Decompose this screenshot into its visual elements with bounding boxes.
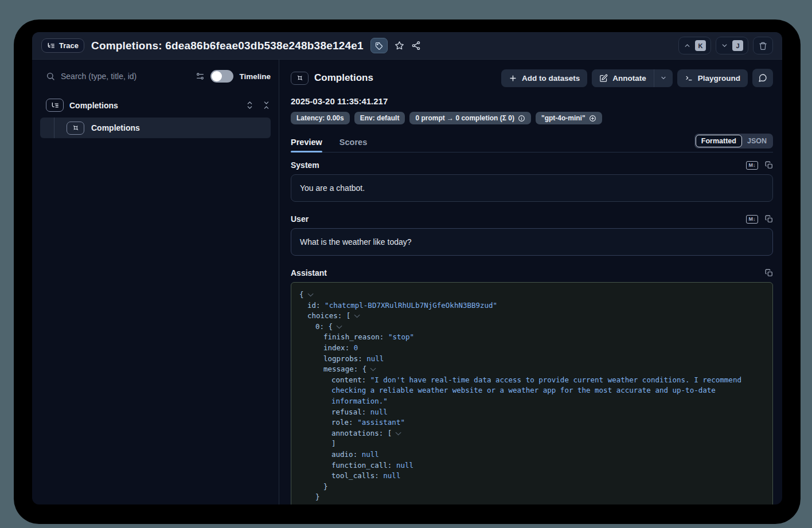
- tree-node-generation-selected[interactable]: Completions: [40, 118, 271, 138]
- comment-bubble-icon: [758, 73, 767, 83]
- detail-tabs: Preview Scores Formatted JSON: [291, 134, 773, 152]
- annotate-dropdown-button[interactable]: [654, 69, 673, 87]
- collapse-node-icon[interactable]: [307, 291, 313, 296]
- json-key: audio:: [331, 450, 362, 459]
- copy-icon[interactable]: [765, 215, 773, 223]
- info-icon[interactable]: [518, 115, 525, 122]
- preview-scroll-area[interactable]: System M↓ You are a chatbot.: [291, 152, 773, 504]
- system-message-content: You are a chatbot.: [291, 174, 773, 202]
- app-window: Trace Completions: 6dea86b6feae03db538e2…: [14, 19, 801, 524]
- nav-next-button[interactable]: J: [716, 37, 748, 54]
- json-value: "I don't have real-time data access to p…: [331, 376, 745, 405]
- search-input[interactable]: [61, 72, 190, 81]
- json-line: message: {: [299, 364, 764, 375]
- comments-button[interactable]: [752, 69, 773, 87]
- toggle-knob: [212, 71, 222, 81]
- trash-icon: [759, 41, 767, 50]
- json-line: refusal: null: [299, 407, 764, 418]
- json-key: message:: [323, 365, 362, 373]
- tree-node-trace[interactable]: Completions: [46, 99, 271, 112]
- json-key: refusal:: [331, 408, 370, 416]
- json-bracket: {: [329, 322, 333, 331]
- markdown-toggle-icon[interactable]: M↓: [746, 215, 758, 224]
- app-body: Timeline Completions: [32, 60, 782, 504]
- assistant-output-section: Assistant {id: "chatcmpl-BD7XRulRhULb7Nj…: [291, 268, 773, 504]
- json-line: index: 0: [299, 343, 764, 354]
- plus-icon: [509, 74, 517, 83]
- tree-node-label: Completions: [69, 101, 118, 110]
- chevron-up-icon: [684, 42, 691, 49]
- json-value: "stop": [388, 333, 414, 341]
- json-line: audio: null: [299, 449, 764, 460]
- markdown-toggle-icon[interactable]: M↓: [746, 161, 758, 170]
- format-toggle-formatted[interactable]: Formatted: [696, 135, 742, 147]
- user-message-section: User M↓ What is the weather like today?: [291, 214, 773, 256]
- topbar-right-group: K J: [678, 37, 773, 54]
- timeline-toggle-label: Timeline: [239, 72, 271, 81]
- header-actions: Add to datasets Annotate: [501, 69, 773, 87]
- collapse-node-icon[interactable]: [354, 312, 360, 318]
- copy-icon[interactable]: [765, 161, 773, 169]
- json-bracket: }: [315, 492, 320, 501]
- assistant-section-title: Assistant: [291, 268, 327, 277]
- nav-previous-button[interactable]: K: [678, 37, 711, 54]
- json-bracket: [: [388, 429, 392, 437]
- circle-plus-icon[interactable]: [589, 115, 596, 122]
- playground-button[interactable]: Playground: [677, 69, 748, 87]
- share-button[interactable]: [411, 41, 421, 50]
- timeline-toggle[interactable]: [210, 70, 233, 83]
- meta-badge[interactable]: 0 prompt → 0 completion (Σ 0): [409, 112, 531, 124]
- meta-badge-label: 0 prompt → 0 completion (Σ 0): [415, 114, 514, 122]
- json-bracket: ]: [331, 439, 336, 448]
- tag-icon: [375, 42, 383, 50]
- collapse-node-icon[interactable]: [337, 323, 342, 328]
- json-bracket: ]: [307, 503, 312, 504]
- json-line: id: "chatcmpl-BD7XRulRhULb7NjGfeOkhN3BB9…: [299, 300, 764, 311]
- favorite-star-button[interactable]: [395, 41, 404, 50]
- json-line: 0: {: [299, 322, 764, 333]
- shortcut-key-j: J: [732, 40, 743, 51]
- collapse-all-icon[interactable]: [262, 101, 271, 109]
- assistant-json-viewer[interactable]: {id: "chatcmpl-BD7XRulRhULb7NjGfeOkhN3BB…: [291, 282, 773, 504]
- view-settings-icon[interactable]: [196, 72, 205, 81]
- tag-button[interactable]: [370, 38, 388, 53]
- json-line: choices: [: [299, 311, 764, 322]
- json-key: content:: [331, 376, 370, 384]
- tab-preview[interactable]: Preview: [291, 138, 322, 152]
- tree-controls: [245, 101, 271, 109]
- format-toggle: Formatted JSON: [694, 134, 773, 148]
- json-value: null: [366, 354, 384, 363]
- observation-detail-panel: Completions Add to datasets: [279, 60, 782, 504]
- json-line: logprobs: null: [299, 354, 764, 365]
- json-value: "chatcmpl-BD7XRulRhULb7NjGfeOkhN3BB9zud": [325, 301, 497, 310]
- annotate-button[interactable]: Annotate: [592, 69, 654, 87]
- json-key: tool_calls:: [331, 471, 383, 480]
- meta-badge[interactable]: "gpt-4o-mini": [536, 112, 602, 124]
- generation-icon: [67, 122, 84, 135]
- expand-all-icon[interactable]: [245, 101, 254, 109]
- copy-icon[interactable]: [765, 269, 773, 277]
- shortcut-key-k: K: [695, 40, 706, 51]
- json-bracket: {: [362, 365, 367, 373]
- tab-scores[interactable]: Scores: [339, 138, 367, 152]
- metadata-badges: Latency: 0.00sEnv: default0 prompt → 0 c…: [291, 112, 773, 124]
- observation-header: Completions Add to datasets: [291, 69, 773, 87]
- meta-badge: Env: default: [354, 112, 405, 124]
- json-value: "assistant": [357, 418, 405, 427]
- json-line: }: [299, 492, 764, 503]
- json-key: 0:: [315, 322, 329, 331]
- add-to-datasets-button[interactable]: Add to datasets: [501, 69, 587, 87]
- format-toggle-json[interactable]: JSON: [742, 135, 772, 147]
- json-line: {: [299, 290, 764, 300]
- delete-trace-button[interactable]: [753, 37, 773, 54]
- meta-badge: Latency: 0.00s: [291, 112, 350, 124]
- json-key: role:: [331, 418, 357, 427]
- meta-badge-label: "gpt-4o-mini": [541, 114, 585, 122]
- star-icon: [395, 41, 404, 50]
- json-key: logprobs:: [323, 354, 366, 363]
- collapse-node-icon[interactable]: [396, 429, 401, 435]
- trace-header-bar: Trace Completions: 6dea86b6feae03db538e2…: [32, 32, 782, 60]
- edit-icon: [599, 74, 608, 83]
- collapse-node-icon[interactable]: [370, 366, 376, 371]
- json-bracket: }: [323, 482, 328, 491]
